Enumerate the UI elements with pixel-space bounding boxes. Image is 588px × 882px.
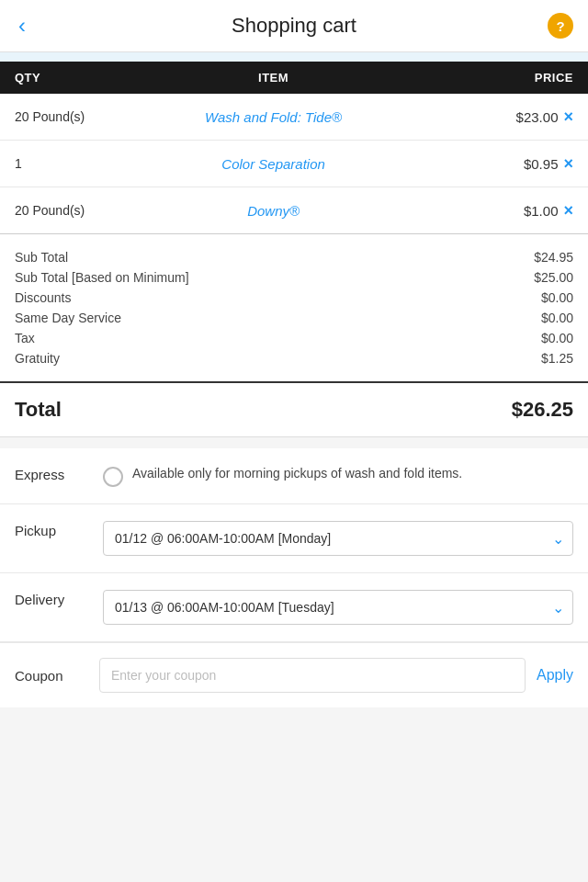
summary-row: Discounts $0.00 [15,288,573,308]
summary-row-label: Discounts [15,290,71,305]
help-button[interactable]: ? [548,13,573,39]
page-title: Shopping cart [232,14,356,38]
pickup-label: Pickup [15,521,88,538]
summary-row-label: Gratuity [15,351,60,366]
row-item: Color Separation [119,141,427,187]
row-price: $23.00 × [427,94,588,141]
row-price: $1.00 × [427,187,588,234]
summary-row-label: Sub Total [15,250,68,265]
col-qty: QTY [0,62,119,94]
row-qty: 20 Pound(s) [0,187,119,234]
row-qty: 20 Pound(s) [0,94,119,141]
col-price: PRICE [427,62,588,94]
summary-row-value: $25.00 [534,270,573,285]
remove-button[interactable]: × [563,155,573,172]
coupon-row: Coupon Apply [0,642,588,707]
options-section: Express Available only for morning picku… [0,448,588,707]
summary-row: Tax $0.00 [15,328,573,348]
pickup-select-wrapper: 01/12 @ 06:00AM-10:00AM [Monday]01/12 @ … [103,521,573,556]
summary-row: Same Day Service $0.00 [15,308,573,328]
express-row: Express Available only for morning picku… [0,448,588,504]
summary-row-value: $0.00 [541,311,573,325]
col-item: ITEM [119,62,427,94]
row-price: $0.95 × [427,141,588,187]
back-button[interactable]: ‹ [15,15,29,37]
price-value: $1.00 [524,203,559,219]
pickup-row: Pickup 01/12 @ 06:00AM-10:00AM [Monday]0… [0,504,588,573]
express-content: Available only for morning pickups of wa… [103,465,573,487]
table-row: 20 Pound(s) Downy® $1.00 × [0,187,588,234]
delivery-select-wrapper: 01/13 @ 06:00AM-10:00AM [Tuesday]01/13 @… [103,590,573,625]
summary-row-value: $1.25 [541,351,573,366]
delivery-row: Delivery 01/13 @ 06:00AM-10:00AM [Tuesda… [0,573,588,642]
express-label: Express [15,465,88,482]
express-description: Available only for morning pickups of wa… [132,465,462,483]
express-radio[interactable] [103,467,123,487]
total-section: Total $26.25 [0,381,588,437]
apply-button[interactable]: Apply [537,663,573,687]
summary-row-label: Same Day Service [15,311,121,325]
summary-row-label: Tax [15,331,35,345]
coupon-label: Coupon [15,668,88,684]
table-row: 20 Pound(s) Wash and Fold: Tide® $23.00 … [0,94,588,141]
summary-row-label: Sub Total [Based on Minimum] [15,270,189,285]
row-item: Wash and Fold: Tide® [119,94,427,141]
summary-row-value: $24.95 [534,250,573,265]
cart-table: QTY ITEM PRICE 20 Pound(s) Wash and Fold… [0,62,588,233]
pickup-select[interactable]: 01/12 @ 06:00AM-10:00AM [Monday]01/12 @ … [103,521,573,556]
summary-row: Sub Total $24.95 [15,247,573,267]
total-label: Total [15,398,62,422]
summary-row: Sub Total [Based on Minimum] $25.00 [15,267,573,288]
header: ‹ Shopping cart ? [0,0,588,52]
delivery-select[interactable]: 01/13 @ 06:00AM-10:00AM [Tuesday]01/13 @… [103,590,573,625]
delivery-label: Delivery [15,590,88,607]
row-item: Downy® [119,187,427,234]
total-value: $26.25 [512,398,573,422]
price-value: $0.95 [524,156,559,172]
summary-row-value: $0.00 [541,290,573,305]
table-row: 1 Color Separation $0.95 × [0,141,588,187]
blue-divider [0,52,588,62]
summary-row: Gratuity $1.25 [15,348,573,368]
remove-button[interactable]: × [563,108,573,125]
coupon-input[interactable] [99,658,526,693]
remove-button[interactable]: × [563,202,573,219]
table-header-row: QTY ITEM PRICE [0,62,588,94]
summary-section: Sub Total $24.95 Sub Total [Based on Min… [0,233,588,381]
price-value: $23.00 [516,109,559,125]
row-qty: 1 [0,141,119,187]
summary-row-value: $0.00 [541,331,573,345]
